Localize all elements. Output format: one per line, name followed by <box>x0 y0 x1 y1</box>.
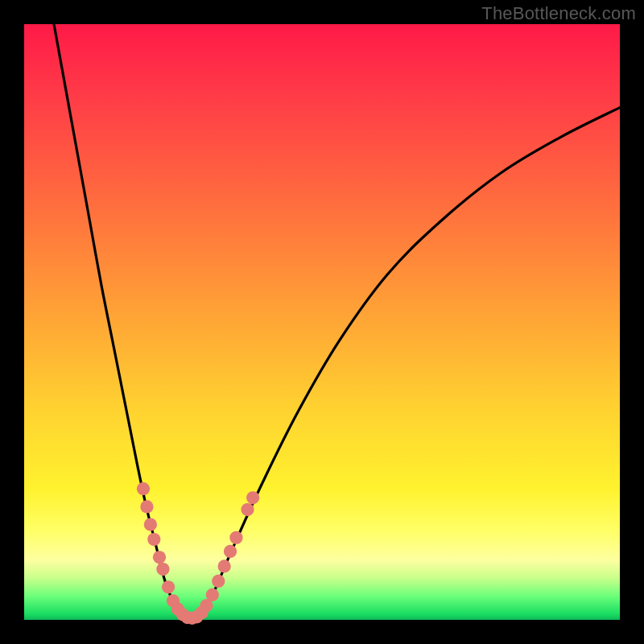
curve-marker <box>137 482 150 495</box>
curve-marker <box>144 518 157 530</box>
curve-marker <box>241 503 254 516</box>
bottleneck-curve <box>54 24 620 619</box>
curve-marker <box>229 531 242 544</box>
watermark-text: TheBottleneck.com <box>481 3 636 24</box>
curve-marker <box>206 588 219 601</box>
curve-marker <box>212 575 225 588</box>
curve-marker <box>156 563 169 576</box>
curve-marker <box>140 500 153 513</box>
curve-overlay <box>24 24 620 620</box>
curve-marker <box>153 551 166 564</box>
curve-marker <box>147 533 160 546</box>
plot-area <box>24 24 620 620</box>
curve-marker <box>162 580 175 593</box>
curve-marker <box>218 559 231 572</box>
curve-marker <box>224 545 237 558</box>
chart-frame: TheBottleneck.com <box>0 0 644 644</box>
curve-marker <box>246 491 259 504</box>
curve-markers <box>137 482 259 625</box>
